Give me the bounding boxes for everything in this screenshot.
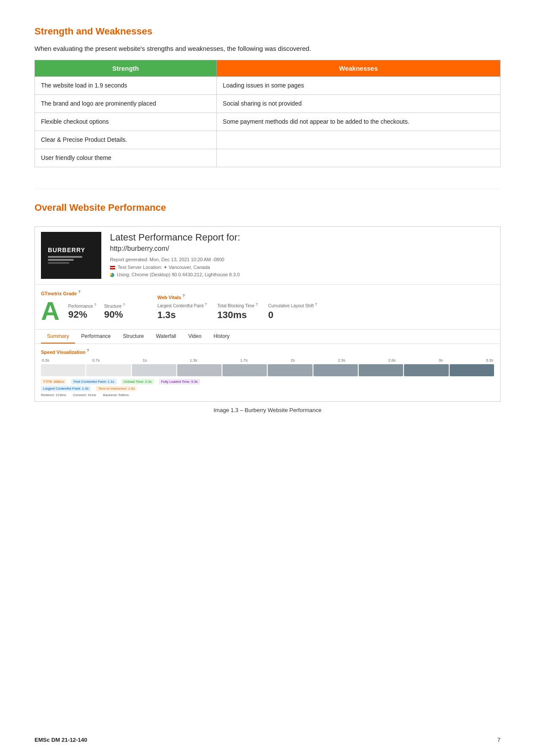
frame-7 — [359, 364, 403, 376]
ttfb-marker: TTFB: 808ms — [41, 379, 66, 384]
strength-header: Strength — [35, 60, 217, 77]
tab-performance[interactable]: Performance — [75, 330, 117, 344]
timeline-container: 0.3s0.7s1s1.3s1.7s2s2.3s2.6s3s3.3s — [41, 358, 494, 397]
timeline-tick: 1.7s — [240, 358, 247, 362]
frame-2 — [132, 364, 176, 376]
sw-intro: When evaluating the present website's st… — [34, 45, 501, 52]
report-url: http://burberry.com/ — [110, 245, 494, 253]
web-vitals-metrics: Largest Contentful Paint ? 1.3s Total Bl… — [157, 302, 494, 320]
tab-structure[interactable]: Structure — [117, 330, 150, 344]
cls-vital: Cumulative Layout Shift ? 0 — [268, 302, 317, 320]
page-footer: EMSc DM 21-12-140 7 — [34, 737, 501, 743]
timeline-tick: 1.3s — [190, 358, 197, 362]
tab-history[interactable]: History — [207, 330, 235, 344]
performance-metric: Performance ? 92% — [68, 303, 96, 320]
gtmetrix-screenshot: BURBERRY Latest Performance Report for: … — [34, 226, 501, 402]
timeline-ticks: 0.3s0.7s1s1.3s1.7s2s2.3s2.6s3s3.3s — [41, 358, 494, 362]
lcp-vital: Largest Contentful Paint ? 1.3s — [157, 302, 207, 320]
tab-waterfall[interactable]: Waterfall — [150, 330, 182, 344]
tti-marker: Time to Interactive: 1.6s — [96, 386, 137, 391]
weakness-cell — [216, 149, 500, 167]
timeline-tick: 0.3s — [42, 358, 49, 362]
timeline-tick: 2.3s — [338, 358, 345, 362]
image-caption: Image 1.3 – Burberry Website Performance — [34, 407, 501, 413]
weakness-cell: Some payment methods did not appear to b… — [216, 113, 500, 131]
grade-section: GTmetrix Grade ? A Performance ? 92% — [35, 284, 500, 330]
tab-summary[interactable]: Summary — [41, 330, 75, 344]
grade-label: GTmetrix Grade ? — [41, 290, 81, 296]
grade-details: A Performance ? 92% Structure — [41, 298, 125, 324]
timeline-tick: 0.7s — [92, 358, 100, 362]
table-row: The website load in 1.9 secondsLoading i… — [35, 77, 501, 95]
frame-9 — [450, 364, 494, 376]
lcp-label: Largest Contentful Paint ? — [157, 302, 207, 308]
strength-cell: The website load in 1.9 seconds — [35, 77, 217, 95]
meta-info-row: Redirect: 219msConnect: 41msBackend: 548… — [41, 393, 494, 397]
chrome-icon — [110, 273, 114, 277]
lcp-value: 1.3s — [157, 309, 207, 321]
web-vitals-label: Web Vitals ? — [157, 294, 494, 300]
sw-table: Strength Weaknesses The website load in … — [34, 60, 501, 167]
performance-title: Overall Website Performance — [34, 202, 501, 213]
sw-title: Strength and Weaknesses — [34, 26, 501, 37]
report-info: Latest Performance Report for: http://bu… — [110, 232, 494, 279]
frame-4 — [222, 364, 267, 376]
frame-6 — [313, 364, 358, 376]
frame-3 — [177, 364, 222, 376]
table-row: User friendly colour theme — [35, 149, 501, 167]
timeline-tick: 3.3s — [486, 358, 493, 362]
brand-name: BURBERRY — [48, 247, 85, 253]
lcp-marker: Largest Contentful Paint: 1.3s — [41, 386, 91, 391]
strength-cell: The brand and logo are prominently place… — [35, 95, 217, 113]
structure-metric: Structure ? 90% — [104, 303, 125, 320]
strength-cell: User friendly colour theme — [35, 149, 217, 167]
speed-viz-section: Speed Visualization ? 0.3s0.7s1s1.3s1.7s… — [35, 344, 500, 401]
frame-1 — [86, 364, 131, 376]
weakness-cell: Social sharing is not provided — [216, 95, 500, 113]
frame-5 — [268, 364, 312, 376]
tbt-vital: Total Blocking Time ? 130ms — [217, 302, 258, 320]
timeline-tick: 2s — [291, 358, 295, 362]
grade-help-icon: ? — [78, 290, 81, 294]
grade-left: GTmetrix Grade ? A Performance ? 92% — [41, 290, 144, 325]
test-server-location: Test Server Location: ✦ Vancouver, Canad… — [110, 264, 494, 272]
footer-doc-id: EMSc DM 21-12-140 — [34, 737, 87, 743]
meta-info-item: Redirect: 219ms — [41, 393, 66, 397]
table-row: Flexible checkout optionsSome payment me… — [35, 113, 501, 131]
timeline-tick: 1s — [143, 358, 147, 362]
cls-value: 0 — [268, 309, 317, 321]
report-title: Latest Performance Report for: — [110, 232, 494, 243]
tabs-row: SummaryPerformanceStructureWaterfallVide… — [35, 330, 500, 344]
structure-value: 90% — [104, 309, 125, 320]
logo-decoration — [48, 256, 82, 264]
meta-info-item: Backend: 548ms — [103, 393, 129, 397]
frame-8 — [404, 364, 448, 376]
onload-marker: Onload Time: 2.0s — [122, 379, 154, 384]
strength-cell: Flexible checkout options — [35, 113, 217, 131]
performance-section: Overall Website Performance BURBERRY Lat… — [34, 202, 501, 413]
logo-line-3 — [48, 262, 69, 264]
tbt-value: 130ms — [217, 309, 258, 321]
brand-logo-box: BURBERRY — [41, 232, 101, 279]
bottom-markers-area: Largest Contentful Paint: 1.3s Time to I… — [41, 386, 494, 391]
footer-page-num: 7 — [497, 737, 501, 743]
weakness-cell — [216, 131, 500, 149]
table-row: Clear & Precise Product Details. — [35, 131, 501, 149]
grade-metrics: Performance ? 92% Structure ? 90% — [68, 303, 125, 320]
markers-area: TTFB: 808ms First Contentful Paint: 1.1s… — [41, 379, 494, 384]
gtmetrix-header: BURBERRY Latest Performance Report for: … — [35, 227, 500, 284]
strength-weaknesses-section: Strength and Weaknesses When evaluating … — [34, 26, 501, 167]
report-meta: Report generated: Mon, Dec 13, 2021 10:2… — [110, 256, 494, 279]
timeline-frames — [41, 364, 494, 376]
flag-icon — [110, 266, 115, 269]
weakness-cell: Loading issues in some pages — [216, 77, 500, 95]
performance-label: Performance ? — [68, 303, 96, 309]
logo-line-1 — [48, 256, 82, 258]
fcp-marker: First Contentful Paint: 1.1s — [71, 379, 116, 384]
section-divider — [34, 189, 501, 189]
meta-info-item: Connect: 41ms — [73, 393, 96, 397]
tab-video[interactable]: Video — [182, 330, 207, 344]
performance-value: 92% — [68, 309, 96, 320]
tbt-label: Total Blocking Time ? — [217, 302, 258, 308]
timeline-tick: 2.6s — [388, 358, 396, 362]
